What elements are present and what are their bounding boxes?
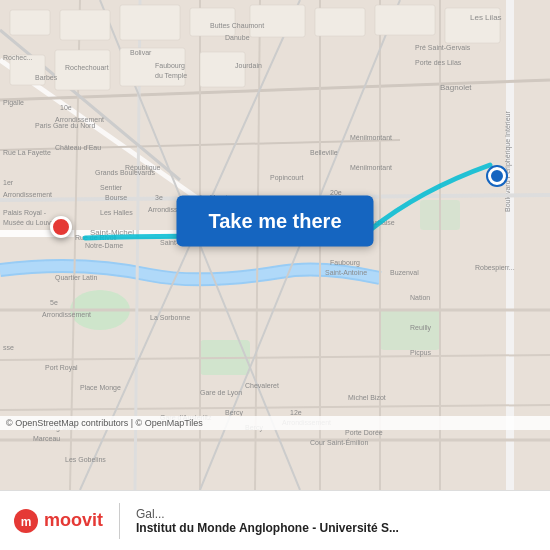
svg-text:Pigalle: Pigalle <box>3 99 24 107</box>
copyright-bar: © OpenStreetMap contributors | © OpenMap… <box>0 416 550 430</box>
take-me-there-button[interactable]: Take me there <box>176 195 373 246</box>
svg-text:12e: 12e <box>290 409 302 416</box>
svg-text:sse: sse <box>3 344 14 351</box>
svg-text:Ménilmontant: Ménilmontant <box>350 134 392 141</box>
svg-text:République: République <box>125 164 161 172</box>
svg-text:Robespierr...: Robespierr... <box>475 264 515 272</box>
svg-text:Saint-Antoine: Saint-Antoine <box>325 269 367 276</box>
svg-text:Buzenval: Buzenval <box>390 269 419 276</box>
svg-text:du Temple: du Temple <box>155 72 187 80</box>
svg-text:Arrondissement: Arrondissement <box>3 191 52 198</box>
from-label: Gal... <box>136 507 538 521</box>
svg-text:Rochec...: Rochec... <box>3 54 33 61</box>
bottom-info: Gal... Institut du Monde Anglophone - Un… <box>136 507 538 535</box>
svg-text:Sentier: Sentier <box>100 184 123 191</box>
bottom-divider <box>119 503 120 539</box>
svg-text:Paris Gare du Nord: Paris Gare du Nord <box>35 122 95 129</box>
svg-text:Place Monge: Place Monge <box>80 384 121 392</box>
svg-text:Rue La Fayette: Rue La Fayette <box>3 149 51 157</box>
svg-text:Gare de Lyon: Gare de Lyon <box>200 389 242 397</box>
svg-text:Quartier Latin: Quartier Latin <box>55 274 98 282</box>
svg-text:Nation: Nation <box>410 294 430 301</box>
svg-text:Les Lilas: Les Lilas <box>470 13 502 22</box>
origin-pin <box>488 167 506 185</box>
svg-text:Cour Saint-Émilion: Cour Saint-Émilion <box>310 438 368 446</box>
map-container: Boulevard Périphérique Intérieur <box>0 0 550 490</box>
svg-text:Palais Royal -: Palais Royal - <box>3 209 47 217</box>
svg-text:Arrondissement: Arrondissement <box>42 311 91 318</box>
svg-text:Belleville: Belleville <box>310 149 338 156</box>
to-label: Institut du Monde Anglophone - Universit… <box>136 521 538 535</box>
svg-text:Chevaleret: Chevaleret <box>245 382 279 389</box>
svg-text:5e: 5e <box>50 299 58 306</box>
svg-rect-27 <box>10 10 50 35</box>
svg-text:Jourdain: Jourdain <box>235 62 262 69</box>
svg-text:Bourse: Bourse <box>105 194 127 201</box>
svg-text:Porte Dorée: Porte Dorée <box>345 429 383 436</box>
svg-text:Danube: Danube <box>225 34 250 41</box>
copyright-text: © OpenStreetMap contributors | © OpenMap… <box>6 418 203 428</box>
svg-text:Notre-Dame: Notre-Dame <box>85 242 123 249</box>
svg-text:Arrondissement: Arrondissement <box>55 116 104 123</box>
bottom-bar: m moovit Gal... Institut du Monde Anglop… <box>0 490 550 550</box>
svg-text:Popincourt: Popincourt <box>270 174 304 182</box>
svg-text:Port Royal: Port Royal <box>45 364 78 372</box>
svg-text:3e: 3e <box>155 194 163 201</box>
svg-text:Bagnolet: Bagnolet <box>440 83 472 92</box>
svg-text:Ménilmontant: Ménilmontant <box>350 164 392 171</box>
svg-text:Rue de Rivoli: Rue de Rivoli <box>75 234 117 241</box>
svg-text:Les Halles: Les Halles <box>100 209 133 216</box>
svg-text:Pré Saint-Gervais: Pré Saint-Gervais <box>415 44 471 51</box>
destination-pin <box>50 216 72 238</box>
svg-text:1er: 1er <box>3 179 14 186</box>
moovit-logo: m moovit <box>12 503 103 539</box>
svg-rect-32 <box>315 8 365 36</box>
moovit-logo-icon: m <box>12 507 40 535</box>
svg-text:Reuilly: Reuilly <box>410 324 432 332</box>
svg-text:La Sorbonne: La Sorbonne <box>150 314 190 321</box>
svg-text:Château d'Eau: Château d'Eau <box>55 144 101 151</box>
svg-text:Michel Bizot: Michel Bizot <box>348 394 386 401</box>
svg-text:Bolivar: Bolivar <box>130 49 152 56</box>
svg-rect-38 <box>200 52 245 87</box>
svg-text:Faubourg: Faubourg <box>330 259 360 267</box>
svg-rect-29 <box>120 5 180 40</box>
svg-text:10e: 10e <box>60 104 72 111</box>
svg-rect-33 <box>375 5 435 35</box>
svg-rect-28 <box>60 10 110 40</box>
svg-text:Buttes Chaumont: Buttes Chaumont <box>210 22 264 29</box>
svg-text:m: m <box>21 515 32 529</box>
svg-text:Rochechouart: Rochechouart <box>65 64 109 71</box>
svg-text:Les Gobelins: Les Gobelins <box>65 456 106 463</box>
svg-rect-31 <box>250 5 305 37</box>
svg-text:Faubourg: Faubourg <box>155 62 185 70</box>
svg-text:Marceau: Marceau <box>33 435 60 442</box>
svg-text:Porte des Lilas: Porte des Lilas <box>415 59 462 66</box>
svg-text:Picpus: Picpus <box>410 349 432 357</box>
svg-text:Barbes: Barbes <box>35 74 58 81</box>
moovit-logo-text: moovit <box>44 510 103 531</box>
